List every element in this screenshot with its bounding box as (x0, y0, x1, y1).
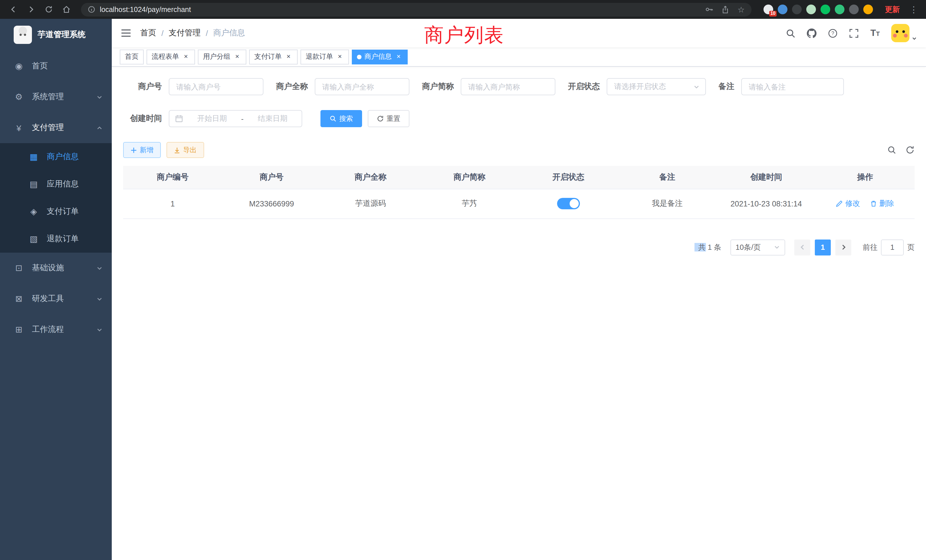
sidebar-item-system[interactable]: ⚙ 系统管理 (0, 82, 112, 112)
tab-home[interactable]: 首页 (120, 49, 144, 64)
avatar[interactable] (891, 24, 909, 42)
header-merchant-id: 商户编号 (123, 166, 222, 189)
status-select[interactable]: 请选择开启状态 (607, 78, 706, 95)
hide-search-icon[interactable] (887, 145, 896, 154)
header-short-name: 商户简称 (420, 166, 519, 189)
main-area: 商户列表 首页 / 支付管理 / 商户信息 (112, 19, 926, 560)
short-name-input[interactable] (461, 78, 555, 95)
search-button[interactable]: 搜索 (321, 110, 362, 127)
github-icon[interactable] (807, 28, 817, 38)
chevron-down-icon (96, 94, 103, 100)
user-menu[interactable] (891, 24, 917, 42)
tab-label: 用户分组 (203, 52, 230, 62)
forward-button[interactable] (23, 2, 38, 17)
browser-menu-icon[interactable]: ⋮ (907, 4, 920, 15)
short-name-field: 商户简称 (422, 78, 555, 95)
hamburger-icon[interactable] (121, 29, 131, 38)
next-page-button[interactable] (835, 239, 851, 255)
chevron-down-icon (774, 244, 780, 250)
sidebar-subitem-payment-order[interactable]: ◈ 支付订单 (0, 198, 112, 225)
sidebar-item-label: 工作流程 (32, 324, 96, 335)
remark-input[interactable] (741, 78, 844, 95)
header-search-icon[interactable] (786, 28, 796, 38)
tab-merchant-info[interactable]: 商户信息 × (352, 49, 408, 64)
home-button[interactable] (59, 2, 74, 17)
sidebar-subitem-app-info[interactable]: ▤ 应用信息 (0, 171, 112, 198)
help-icon[interactable]: ? (828, 28, 838, 38)
sidebar-subitem-refund-order[interactable]: ▧ 退款订单 (0, 225, 112, 253)
extension-icon-6[interactable] (835, 5, 844, 14)
short-name-label: 商户简称 (422, 82, 454, 92)
status-toggle[interactable] (557, 198, 580, 209)
fullscreen-icon[interactable] (849, 28, 859, 38)
tab-close-icon[interactable]: × (233, 53, 241, 61)
tab-close-icon[interactable]: × (336, 53, 344, 61)
merchant-no-input[interactable] (169, 78, 263, 95)
header-remark: 备注 (618, 166, 717, 189)
tab-close-icon[interactable]: × (182, 53, 190, 61)
site-info-icon[interactable] (88, 6, 95, 13)
date-range-separator: - (241, 114, 244, 123)
browser-chrome: localhost:1024/pay/merchant ☆ 10 更新 ⋮ (0, 0, 926, 19)
browser-update-button[interactable]: 更新 (885, 4, 900, 15)
prev-page-button[interactable] (794, 239, 810, 255)
logo-row[interactable]: 芋道管理系统 (0, 19, 112, 51)
extension-icon-4[interactable] (806, 5, 816, 14)
full-name-input[interactable] (315, 78, 409, 95)
sidebar-item-label: 应用信息 (47, 179, 103, 189)
reload-button[interactable] (41, 2, 56, 17)
chevron-up-icon (96, 125, 103, 131)
back-button[interactable] (6, 2, 21, 17)
page-size-select[interactable]: 10条/页 (731, 239, 785, 255)
filter-row-2: 创建时间 开始日期 - 结束日期 搜索 (123, 110, 915, 127)
add-button-label: 新增 (140, 145, 153, 155)
refresh-table-icon[interactable] (905, 145, 915, 154)
font-size-icon[interactable]: TT (870, 29, 880, 38)
tab-process-form[interactable]: 流程表单 × (147, 49, 195, 64)
extension-icon-7[interactable] (849, 5, 859, 14)
tab-user-group[interactable]: 用户分组 × (198, 49, 246, 64)
tab-label: 商户信息 (365, 52, 392, 62)
gear-icon: ⚙ (12, 92, 25, 102)
sidebar-item-home[interactable]: ◉ 首页 (0, 51, 112, 82)
breadcrumb: 首页 / 支付管理 / 商户信息 (140, 28, 245, 38)
breadcrumb-item-payment[interactable]: 支付管理 (169, 28, 201, 38)
tab-payment-order[interactable]: 支付订单 × (249, 49, 298, 64)
reset-button[interactable]: 重置 (368, 110, 409, 127)
date-range-picker[interactable]: 开始日期 - 结束日期 (169, 110, 302, 127)
tab-close-icon[interactable]: × (395, 53, 402, 61)
password-key-icon[interactable] (705, 5, 714, 14)
delete-link[interactable]: 删除 (870, 198, 894, 209)
extension-icon-8[interactable] (863, 5, 873, 14)
extension-icon-5[interactable] (820, 5, 830, 14)
url-bar[interactable]: localhost:1024/pay/merchant ☆ (81, 3, 752, 16)
sidebar-item-payment[interactable]: ¥ 支付管理 (0, 112, 112, 143)
page-button-1[interactable]: 1 (815, 239, 831, 255)
sidebar-item-workflow[interactable]: ⊞ 工作流程 (0, 314, 112, 345)
sidebar-subitem-merchant-info[interactable]: ▦ 商户信息 (0, 143, 112, 171)
sidebar-item-infrastructure[interactable]: ⊡ 基础设施 (0, 253, 112, 283)
bookmark-star-icon[interactable]: ☆ (738, 5, 745, 14)
extension-icon-3[interactable] (792, 5, 802, 14)
sidebar-item-devtools[interactable]: ⊠ 研发工具 (0, 283, 112, 314)
tab-close-icon[interactable]: × (284, 53, 292, 61)
merchant-card-icon: ▦ (27, 152, 40, 162)
export-button[interactable]: 导出 (166, 142, 204, 158)
cell-create-time: 2021-10-23 08:31:14 (717, 189, 816, 218)
share-icon[interactable] (722, 5, 729, 14)
cell-full-name: 芋道源码 (321, 189, 420, 218)
edit-link[interactable]: 修改 (836, 198, 860, 209)
chevron-down-icon (96, 265, 103, 271)
delete-link-label: 删除 (879, 198, 894, 209)
tags-view: 首页 流程表单 × 用户分组 × 支付订单 × 退款订单 × (112, 47, 926, 67)
extension-icon-1[interactable]: 10 (764, 5, 773, 14)
filter-row-1: 商户号 商户全称 商户简称 开启状态 请选择开启状态 (123, 78, 915, 95)
goto-input[interactable] (881, 239, 904, 255)
breadcrumb-item-home[interactable]: 首页 (140, 28, 156, 38)
extension-icon-2[interactable] (778, 5, 787, 14)
chevron-down-icon (96, 327, 103, 333)
page-size-value: 10条/页 (735, 242, 761, 252)
add-button[interactable]: 新增 (123, 142, 161, 158)
cell-actions: 修改 删除 (816, 189, 915, 218)
tab-refund-order[interactable]: 退款订单 × (301, 49, 349, 64)
